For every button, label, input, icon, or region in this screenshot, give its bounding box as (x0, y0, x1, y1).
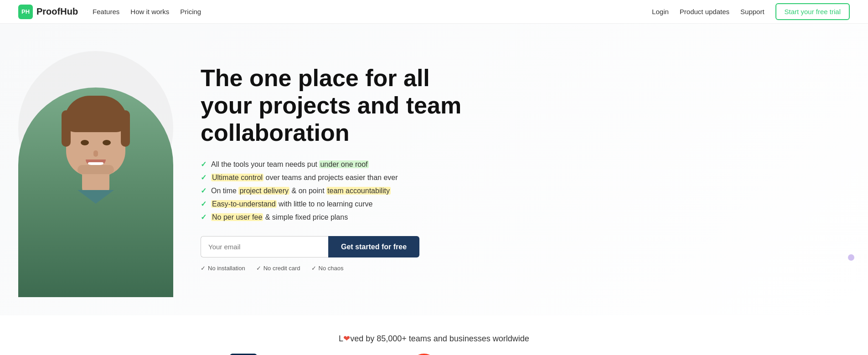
nav-how-it-works[interactable]: How it works (130, 8, 169, 15)
check-icon-4: ✓ (201, 200, 207, 208)
feature-4: ✓ Easy-to-understand with little to no l… (201, 200, 483, 208)
perk-check-2: ✓ (256, 265, 261, 272)
feature-2: ✓ Ultimate control over teams and projec… (201, 173, 483, 182)
perks-row: ✓ No installation ✓ No credit card ✓ No … (201, 265, 483, 272)
perk-no-installation: ✓ No installation (201, 265, 245, 272)
features-list: ✓ All the tools your team needs put unde… (201, 160, 483, 221)
nav-product-updates[interactable]: Product updates (680, 8, 729, 15)
get-started-button[interactable]: Get started for free (328, 236, 419, 257)
header: PH ProofHub Features How it works Pricin… (0, 0, 868, 24)
hero-image-area (0, 42, 191, 297)
perk-no-credit-card: ✓ No credit card (256, 265, 300, 272)
check-icon-2: ✓ (201, 173, 207, 182)
feature-3: ✓ On time project delivery & on point te… (201, 186, 483, 195)
check-icon-1: ✓ (201, 160, 207, 169)
header-left: PH ProofHub Features How it works Pricin… (18, 5, 201, 19)
start-trial-button[interactable]: Start your free trial (775, 3, 850, 20)
nav-pricing[interactable]: Pricing (180, 8, 201, 15)
highlight-easy-to-understand: Easy-to-understand (211, 200, 277, 208)
feature-1: ✓ All the tools your team needs put unde… (201, 160, 483, 169)
logo-text: ProofHub (36, 6, 78, 17)
email-input[interactable] (201, 236, 328, 257)
logos-tagline: L❤ved by 85,000+ teams and businesses wo… (9, 334, 859, 344)
main-nav: Features How it works Pricing (93, 8, 201, 15)
email-form: Get started for free (201, 236, 483, 257)
logos-section: L❤ved by 85,000+ teams and businesses wo… (0, 315, 868, 355)
highlight-under-one-roof: under one roof (319, 160, 368, 168)
highlight-team-accountability: team accountability (326, 187, 391, 195)
hero-dot-decoration (848, 254, 854, 261)
feature-5: ✓ No per user fee & simple fixed price p… (201, 213, 483, 221)
check-icon-3: ✓ (201, 186, 207, 195)
nav-support[interactable]: Support (740, 8, 765, 15)
header-right: Login Product updates Support Start your… (652, 3, 850, 20)
perk-check-3: ✓ (311, 265, 316, 272)
perk-no-chaos: ✓ No chaos (311, 265, 344, 272)
hero-title: The one place for all your projects and … (201, 65, 483, 146)
highlight-project-delivery: project delivery (238, 187, 289, 195)
perk-check-1: ✓ (201, 265, 206, 272)
hero-content: The one place for all your projects and … (191, 42, 483, 272)
hero-section: The one place for all your projects and … (0, 24, 868, 315)
check-icon-5: ✓ (201, 213, 207, 221)
highlight-no-per-user-fee: No per user fee (211, 213, 263, 221)
logo-icon: PH (18, 5, 33, 19)
nav-login[interactable]: Login (652, 8, 669, 15)
highlight-ultimate-control: Ultimate control (211, 174, 264, 181)
nav-features[interactable]: Features (93, 8, 119, 15)
logo[interactable]: PH ProofHub (18, 5, 78, 19)
